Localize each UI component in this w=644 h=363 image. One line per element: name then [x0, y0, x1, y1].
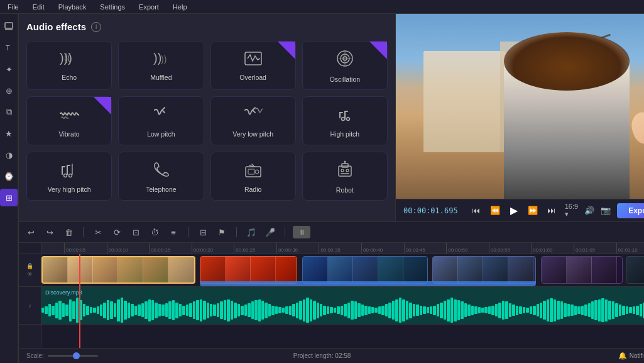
info-icon[interactable]: i — [91, 22, 101, 32]
full-timeline: 🔒 👁 ♪ 00:00:05 00:00:10 — [19, 243, 644, 348]
skip-to-start-button[interactable]: ⏮ — [469, 204, 483, 218]
mic-button[interactable]: 🎤 — [263, 225, 277, 239]
effects-panel: Audio effects i ))) (( Echo — [19, 14, 396, 221]
clip-2-thumbnails — [200, 257, 297, 283]
tool-overlays[interactable]: ⧉ — [0, 103, 18, 121]
effect-high-pitch[interactable]: High pitch — [302, 96, 388, 145]
video-clip-1[interactable] — [41, 256, 195, 284]
tool-audio[interactable]: ⊞ — [0, 189, 18, 206]
effect-vibrato[interactable]: Vibrato — [26, 96, 112, 145]
crop-button[interactable]: ⊡ — [129, 225, 143, 239]
video-controls: 00:00:01.695 ⏮ ⏪ ▶ ⏩ ⏭ 16:9 ▾ 🔊 📷 Export — [396, 199, 644, 221]
insert-button[interactable]: ⊟ — [196, 225, 210, 239]
wbar-158 — [584, 304, 587, 316]
video-clip-3[interactable] — [302, 256, 428, 284]
audio-track-icon[interactable]: ♪ — [28, 302, 31, 309]
video-clip-2[interactable] — [200, 256, 297, 284]
tool-time[interactable]: ⌚ — [0, 167, 18, 185]
effect-muffled[interactable]: )) )) Muffled — [118, 41, 204, 90]
skip-to-end-button[interactable]: ⏭ — [545, 204, 559, 218]
wbar-94 — [364, 306, 367, 315]
menu-button[interactable]: ≡ — [166, 225, 180, 239]
scale-handle[interactable] — [73, 352, 80, 359]
step-back-button[interactable]: ⏪ — [488, 204, 502, 218]
tool-filters[interactable]: ◑ — [0, 146, 18, 164]
effects-title: Audio effects — [26, 21, 86, 32]
copy-button[interactable]: ⟳ — [110, 225, 124, 239]
menu-settings[interactable]: Settings — [97, 2, 128, 12]
effect-low-pitch[interactable]: Low pitch — [118, 96, 204, 145]
effect-oscillation[interactable]: Oscillation — [302, 41, 388, 90]
wbar-14 — [90, 307, 92, 313]
audio-track-content[interactable]: Discovery.mp3 const heights = [8,12,20,1… — [41, 287, 644, 324]
wbar-66 — [268, 304, 271, 316]
vibrato-icon — [59, 105, 79, 126]
menu-export[interactable]: Export — [136, 2, 161, 12]
clip-1-thumb-1 — [43, 257, 68, 282]
effect-radio[interactable]: Radio — [210, 152, 296, 201]
undo-button[interactable]: ↩ — [24, 225, 38, 239]
aspect-ratio[interactable]: 16:9 ▾ — [565, 203, 578, 218]
video-track-controls: 🔒 👁 — [19, 254, 41, 287]
echo-icon: ))) (( — [59, 51, 79, 70]
very-high-pitch-icon — [60, 160, 79, 182]
video-clip-6[interactable] — [626, 256, 644, 284]
wbar-37 — [168, 301, 171, 319]
video-clip-5[interactable] — [541, 256, 623, 284]
wbar-79 — [313, 301, 315, 320]
wbar-36 — [165, 303, 168, 317]
wbar-145 — [540, 303, 542, 318]
tool-transitions[interactable]: ⊕ — [0, 82, 18, 99]
clip-3-thumb-5 — [403, 257, 428, 283]
step-forward-button[interactable]: ⏩ — [526, 204, 540, 218]
wbar-165 — [608, 301, 611, 320]
wbar-153 — [567, 304, 570, 316]
menu-edit[interactable]: Edit — [30, 2, 47, 12]
video-clip-4[interactable] — [432, 256, 536, 284]
notifications[interactable]: 🔔 Notifications — [618, 352, 644, 360]
effect-telephone[interactable]: Telephone — [118, 152, 204, 201]
pause-indicator[interactable]: ⏸ — [293, 226, 310, 238]
effect-robot[interactable]: Robot — [302, 152, 388, 201]
effect-very-low-pitch[interactable]: Very low pitch — [210, 96, 296, 145]
effect-overload[interactable]: Overload — [210, 41, 296, 90]
effect-echo-label: Echo — [62, 74, 77, 81]
scale-slider[interactable] — [48, 355, 98, 357]
bookmark-button[interactable]: ⚑ — [215, 225, 229, 239]
wbar-122 — [461, 301, 463, 319]
track-eye-icon[interactable]: 👁 — [27, 271, 33, 277]
svg-rect-24 — [248, 169, 254, 174]
effect-echo[interactable]: ))) (( Echo — [26, 41, 112, 90]
wbar-57 — [237, 304, 240, 316]
wbar-97 — [374, 308, 377, 313]
wbar-100 — [385, 304, 388, 316]
audio-effect-button[interactable]: 🎵 — [244, 225, 258, 239]
export-button[interactable]: Export — [617, 203, 644, 218]
clip-1-thumb-5 — [143, 257, 168, 282]
track-lock-icon[interactable]: 🔒 — [26, 263, 33, 269]
wbar-40 — [179, 304, 182, 316]
cut-button[interactable]: ✂ — [91, 225, 105, 239]
volume-icon[interactable]: 🔊 — [584, 206, 594, 215]
tool-stickers[interactable]: ★ — [0, 125, 18, 142]
ruler-spacer — [19, 243, 41, 254]
menu-help[interactable]: Help — [170, 2, 190, 12]
tool-effects[interactable]: ✦ — [0, 60, 18, 78]
clock-button[interactable]: ⏱ — [148, 225, 161, 239]
wbar-132 — [495, 304, 498, 316]
camera-icon[interactable]: 📷 — [601, 206, 611, 215]
playback-controls: ⏮ ⏪ ▶ ⏩ ⏭ — [469, 204, 559, 218]
wbar-2 — [48, 304, 51, 316]
menu-file[interactable]: File — [5, 2, 21, 12]
very-low-pitch-icon — [244, 105, 263, 126]
menu-playback[interactable]: Playback — [56, 2, 89, 12]
wbar-168 — [619, 304, 621, 316]
redo-button[interactable]: ↪ — [43, 225, 57, 239]
play-button[interactable]: ▶ — [507, 204, 521, 218]
muffled-icon: )) )) — [151, 51, 171, 70]
tool-text[interactable]: T — [0, 39, 18, 57]
effect-very-high-pitch[interactable]: Very high pitch — [26, 152, 112, 201]
clip-1-thumb-6 — [168, 257, 194, 282]
tool-media[interactable] — [0, 18, 18, 35]
delete-button[interactable]: 🗑 — [62, 225, 75, 239]
